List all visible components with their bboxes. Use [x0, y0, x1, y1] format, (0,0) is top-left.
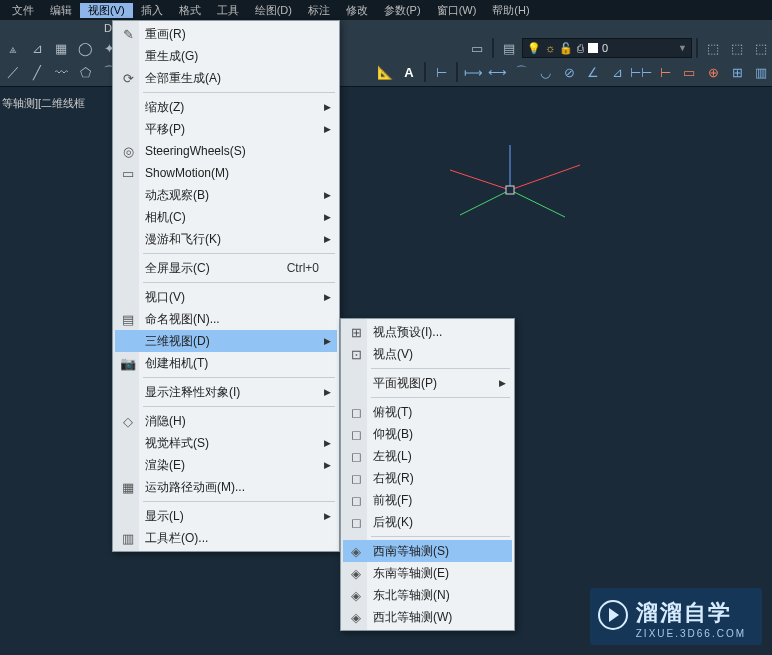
view_menu-item[interactable]: 📷创建相机(T) [115, 352, 337, 374]
view_menu-item[interactable]: ◇消隐(H) [115, 410, 337, 432]
hide-icon: ◇ [119, 412, 137, 430]
menu-item-label: 俯视(T) [373, 404, 412, 421]
menu-file[interactable]: 文件 [4, 3, 42, 18]
menu-format[interactable]: 格式 [171, 3, 209, 18]
grid-icon[interactable]: ▦ [50, 37, 72, 59]
submenu_3d-item[interactable]: ◻俯视(T) [343, 401, 512, 423]
submenu_3d-item[interactable]: ◈东南等轴测(E) [343, 562, 512, 584]
view_menu-item[interactable]: 漫游和飞行(K)▶ [115, 228, 337, 250]
xline-icon[interactable]: ╱ [26, 61, 48, 83]
submenu_3d-item[interactable]: 平面视图(P)▶ [343, 372, 512, 394]
layer-props-icon[interactable]: ▤ [498, 37, 520, 59]
iso-icon: ◈ [347, 542, 365, 560]
dim-linear-icon[interactable]: ⊢ [430, 61, 452, 83]
watermark: 溜溜自学 ZIXUE.3D66.COM [590, 588, 762, 645]
dim-ang-icon[interactable]: ∠ [582, 61, 604, 83]
chevron-right-icon: ▶ [324, 511, 331, 521]
chevron-down-icon: ▼ [678, 43, 687, 53]
print-icon: ⎙ [577, 42, 584, 54]
menu-bar: 文件 编辑 视图(V) 插入 格式 工具 绘图(D) 标注 修改 参数(P) 窗… [0, 0, 772, 20]
dim-cen-icon[interactable]: ⊕ [702, 61, 724, 83]
submenu_3d-item[interactable]: ◻左视(L) [343, 445, 512, 467]
view_menu-item[interactable]: ▥工具栏(O)... [115, 527, 337, 549]
namedview-icon: ▤ [119, 310, 137, 328]
polyline-icon[interactable]: 〰 [50, 61, 72, 83]
menu-modify[interactable]: 修改 [338, 3, 376, 18]
ruler-icon[interactable]: 📐 [374, 61, 396, 83]
view_menu-item[interactable]: 显示(L)▶ [115, 505, 337, 527]
layer-match-icon[interactable]: ⬚ [750, 37, 772, 59]
circle-tool-icon[interactable]: ◯ [74, 37, 96, 59]
submenu_3d-item[interactable]: ◻后视(K) [343, 511, 512, 533]
dim-y-icon[interactable]: ▥ [750, 61, 772, 83]
dim-tol-icon[interactable]: ▭ [678, 61, 700, 83]
submenu_3d-item[interactable]: ◻右视(R) [343, 467, 512, 489]
view_menu-item[interactable]: ◎SteeringWheels(S) [115, 140, 337, 162]
view_menu-item[interactable]: ▭ShowMotion(M) [115, 162, 337, 184]
dim-rad-icon[interactable]: ◡ [534, 61, 556, 83]
color-swatch [588, 43, 598, 53]
bulb-icon: 💡 [527, 42, 541, 55]
menu-insert[interactable]: 插入 [133, 3, 171, 18]
chevron-right-icon: ▶ [324, 102, 331, 112]
submenu_3d-item[interactable]: ◈西南等轴测(S) [343, 540, 512, 562]
menu-dimension[interactable]: 标注 [300, 3, 338, 18]
menu-window[interactable]: 窗口(W) [429, 3, 485, 18]
dim-arc-icon[interactable]: ⌒ [510, 61, 532, 83]
layer-combo[interactable]: 💡 ☼ 🔓 ⎙ 0 ▼ [522, 38, 692, 58]
view_menu-item[interactable]: ▤命名视图(N)... [115, 308, 337, 330]
view_menu-item[interactable]: 相机(C)▶ [115, 206, 337, 228]
view_menu-item[interactable]: ⟳全部重生成(A) [115, 67, 337, 89]
submenu_3d-item[interactable]: ⊡视点(V) [343, 343, 512, 365]
view_menu-item[interactable]: ✎重画(R) [115, 23, 337, 45]
polygon-icon[interactable]: ⬠ [74, 61, 96, 83]
text-tool-icon[interactable]: A [398, 61, 420, 83]
submenu_3d-item[interactable]: ⊞视点预设(I)... [343, 321, 512, 343]
view_menu-item[interactable]: 重生成(G) [115, 45, 337, 67]
layer-iso-icon[interactable]: ⬚ [702, 37, 724, 59]
cube-icon: ◻ [347, 469, 365, 487]
view_menu-item[interactable]: 动态观察(B)▶ [115, 184, 337, 206]
submenu_3d-item[interactable]: ◈西北等轴测(W) [343, 606, 512, 628]
menu-tools[interactable]: 工具 [209, 3, 247, 18]
mirror-icon[interactable]: ⟁ [2, 37, 24, 59]
menu-edit[interactable]: 编辑 [42, 3, 80, 18]
view_menu-item[interactable]: 视觉样式(S)▶ [115, 432, 337, 454]
dim-ord-icon[interactable]: ⊿ [606, 61, 628, 83]
menu-draw[interactable]: 绘图(D) [247, 3, 300, 18]
view_menu-item[interactable]: ▦运动路径动画(M)... [115, 476, 337, 498]
dim-base-icon[interactable]: ⊢⊢ [630, 61, 652, 83]
menu-params[interactable]: 参数(P) [376, 3, 429, 18]
dim-cont-icon[interactable]: ⊢ [654, 61, 676, 83]
chevron-right-icon: ▶ [324, 124, 331, 134]
dim-dia-icon[interactable]: ⊘ [558, 61, 580, 83]
dim-x-icon[interactable]: ⊞ [726, 61, 748, 83]
ucs-icon[interactable]: ⊿ [26, 37, 48, 59]
layer-state-icon[interactable]: ⬚ [726, 37, 748, 59]
cube-icon: ◻ [347, 425, 365, 443]
menu-item-label: ShowMotion(M) [145, 166, 229, 180]
viewport-label[interactable]: 等轴测][二维线框 [0, 92, 100, 115]
menu-item-label: 全屏显示(C) [145, 260, 210, 277]
submenu_3d-item[interactable]: ◈东北等轴测(N) [343, 584, 512, 606]
dim2-icon[interactable]: ⟷ [486, 61, 508, 83]
menu-item-label: 东南等轴测(E) [373, 565, 449, 582]
view_menu-item[interactable]: 缩放(Z)▶ [115, 96, 337, 118]
line-tool-icon[interactable]: ／ [2, 61, 24, 83]
cube-icon: ◻ [347, 403, 365, 421]
dim1-icon[interactable]: ⟼ [462, 61, 484, 83]
view_menu-item[interactable]: 全屏显示(C)Ctrl+0 [115, 257, 337, 279]
view_menu-item[interactable]: 渲染(E)▶ [115, 454, 337, 476]
iso-icon: ◈ [347, 564, 365, 582]
layer-1-icon[interactable]: ▭ [466, 37, 488, 59]
view_menu-item[interactable]: 视口(V)▶ [115, 286, 337, 308]
view_menu-item[interactable]: 平移(P)▶ [115, 118, 337, 140]
view_menu-item[interactable]: 显示注释性对象(I)▶ [115, 381, 337, 403]
submenu_3d-item[interactable]: ◻前视(F) [343, 489, 512, 511]
menu-help[interactable]: 帮助(H) [484, 3, 537, 18]
menu-view[interactable]: 视图(V) [80, 3, 133, 18]
menu-separator [143, 282, 335, 283]
view_menu-item[interactable]: 三维视图(D)▶ [115, 330, 337, 352]
menu-item-label: 消隐(H) [145, 413, 186, 430]
submenu_3d-item[interactable]: ◻仰视(B) [343, 423, 512, 445]
